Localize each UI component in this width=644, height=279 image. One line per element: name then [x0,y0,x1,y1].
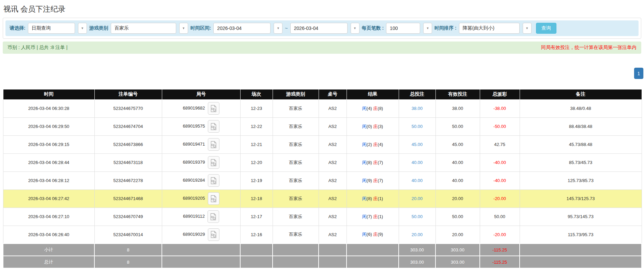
result-banker-score: (8) [378,106,383,111]
game-type-caret-button[interactable]: ▼ [179,23,188,34]
cell-round-id: 689019029 [162,226,240,244]
query-type-caret-button[interactable]: ▼ [78,23,87,34]
query-type-select[interactable] [28,23,75,34]
grandtotal-payout: -115.25 [480,256,520,268]
page-size-caret-button[interactable]: ▼ [423,23,432,34]
subtotal-count: 8 [94,244,162,256]
cell-payout: -40.00 [480,171,520,190]
video-replay-icon [210,213,217,220]
search-button[interactable]: 查询 [536,23,556,34]
game-type-select[interactable] [111,23,176,34]
page-size-select[interactable] [386,23,420,34]
video-replay-button[interactable] [208,228,219,241]
result-banker-score: (7) [378,178,383,183]
page-size-label: 每页笔数 : [362,25,384,31]
cell-time: 2026-03-04 06:26:40 [3,226,94,244]
time-sort-select[interactable] [459,23,520,34]
video-replay-button[interactable] [208,174,219,187]
video-replay-button[interactable] [208,120,219,133]
total-bet-link[interactable]: 40.00 [412,178,423,183]
cell-result: 闲(6) 庄(9) [347,226,399,244]
result-banker-label: 庄 [373,214,378,219]
header-bet-id: 注单编号 [94,89,162,99]
total-bet-link[interactable]: 38.00 [412,106,423,111]
header-note: 备注 [520,89,642,99]
cell-payout: -20.00 [480,190,520,208]
video-replay-icon [210,177,217,184]
cell-session: 12-20 [240,153,273,171]
round-id-text: 689019029 [183,232,205,237]
subtotal-label: 小计 [3,244,94,256]
cell-session: 12-17 [240,208,273,226]
cell-payout: 50.00 [480,208,520,226]
cell-session: 12-16 [240,226,273,244]
result-banker-label: 庄 [373,196,378,201]
video-replay-button[interactable] [208,210,219,223]
result-player-label: 闲 [362,160,367,165]
cell-bet-id: 523244673118 [94,153,162,171]
cell-bet-id: 523244674704 [94,117,162,135]
video-replay-button[interactable] [208,138,219,151]
header-game-type: 游戏类别 [273,89,319,99]
result-banker-label: 庄 [373,124,378,129]
cell-result: 闲(7) 庄(1) [347,208,399,226]
result-banker-score: (9) [378,232,383,237]
total-bet-link[interactable]: 50.00 [412,214,423,219]
cell-payout: -40.00 [480,153,520,171]
result-player-score: (0) [367,124,372,129]
total-bet-link[interactable]: 40.00 [412,160,423,165]
warning-note-text: 同局有效投注，统一计算在该局第一张注单内 [541,45,637,51]
chevron-down-icon: ▼ [277,27,280,30]
grandtotal-total-bet: 303.00 [399,256,435,268]
date-from-caret-button[interactable]: ▼ [274,23,282,34]
cell-table-no: AS2 [319,153,347,171]
cell-payout: -50.00 [480,117,520,135]
cell-payout: -38.00 [480,99,520,117]
grandtotal-valid-bet: 303.00 [435,256,480,268]
grandtotal-count: 8 [94,256,162,268]
time-sort-caret-button[interactable]: ▼ [523,23,532,34]
cell-result: 闲(2) 庄(4) [347,135,399,153]
chevron-down-icon: ▼ [525,27,528,30]
filter-bar: 请选择: ▼ 游戏类别 ▼ 时间区间: ▼ ~ ▼ 每页笔数 : ▼ 时间排序 … [5,20,639,36]
date-to-input[interactable] [290,23,348,34]
result-banker-label: 庄 [373,106,378,111]
header-round-id: 局号 [162,89,240,99]
total-bet-link[interactable]: 50.00 [412,124,423,129]
cell-result: 闲(0) 庄(3) [347,117,399,135]
date-from-input[interactable] [213,23,271,34]
cell-game-type: 百家乐 [273,171,319,190]
subtotal-payout: -115.25 [480,244,520,256]
cell-note: 38.48/0.48 [520,99,642,117]
result-player-label: 闲 [362,232,367,237]
video-replay-icon [210,195,217,202]
total-bet-link[interactable]: 20.00 [412,232,423,237]
result-player-label: 闲 [362,106,367,111]
cell-total-bet: 40.00 [399,171,435,190]
total-bet-link[interactable]: 45.00 [412,142,423,147]
date-to-caret-button[interactable]: ▼ [351,23,359,34]
query-type-label: 请选择: [10,25,26,31]
video-replay-button[interactable] [208,102,219,115]
result-banker-score: (3) [378,124,383,129]
header-total-bet: 总投注 [399,89,435,99]
subtotal-valid-bet: 303.00 [435,244,480,256]
result-banker-score: (1) [378,214,383,219]
result-banker-score: (1) [378,196,383,201]
cell-valid-bet: 45.00 [435,135,480,153]
video-replay-button[interactable] [208,156,219,169]
cell-table-no: AS2 [319,208,347,226]
result-player-label: 闲 [362,196,367,201]
grandtotal-label: 总计 [3,256,94,268]
cell-valid-bet: 40.00 [435,171,480,190]
chevron-down-icon: ▼ [426,27,429,30]
cell-total-bet: 38.00 [399,99,435,117]
cell-round-id: 689019205 [162,190,240,208]
cell-note: 88.48/38.48 [520,117,642,135]
total-bet-link[interactable]: 20.00 [412,196,423,201]
cell-table-no: AS2 [319,190,347,208]
video-replay-button[interactable] [208,192,219,205]
cell-total-bet: 40.00 [399,153,435,171]
page-1-button[interactable]: 1 [634,68,643,79]
result-banker-score: (4) [378,142,383,147]
